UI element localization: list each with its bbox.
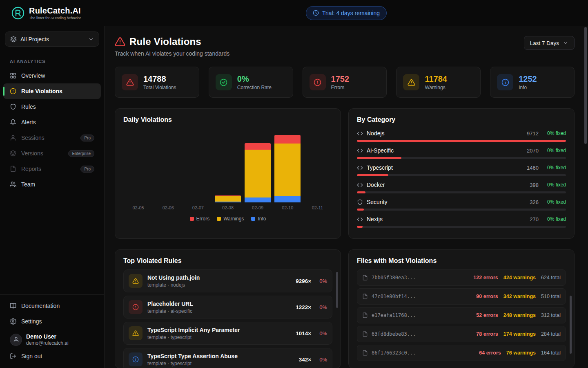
file-icon <box>362 331 368 337</box>
code-icon <box>357 130 363 137</box>
sidebar-footer: Documentation Settings Demo User demo@ru… <box>0 294 104 364</box>
top-violated-rules-panel: Top Violated Rules Not Using path.join t… <box>115 249 341 368</box>
daily-violations-panel: Daily Violations 02-0502-0602-0702-0802-… <box>115 108 341 239</box>
panel-title: By Category <box>357 116 566 123</box>
date-range-selector[interactable]: Last 7 Days <box>524 36 575 50</box>
file-row[interactable]: 63fd8dbebe83... 78 errors 174 warnings 2… <box>357 326 566 342</box>
rule-meta: template · typescript <box>147 361 238 366</box>
chart-x-label: 02-09 <box>252 205 263 210</box>
file-total: 284 total <box>541 331 561 337</box>
file-total: 624 total <box>541 275 561 280</box>
active-indicator <box>3 87 4 96</box>
file-row[interactable]: 7bb05f380ea3... 122 errors 424 warnings … <box>357 269 566 286</box>
file-icon <box>10 166 16 172</box>
file-errors: 78 errors <box>476 331 498 337</box>
brand-tagline: The linter for AI coding behavior. <box>29 16 82 20</box>
rule-row-not-using-path-join[interactable]: Not Using path.join template · nodejs 92… <box>123 269 332 292</box>
file-icon <box>362 294 368 299</box>
file-errors: 122 errors <box>473 275 498 280</box>
sidebar-item-alerts[interactable]: Alerts <box>3 114 101 130</box>
file-list: 7bb05f380ea3... 122 errors 424 warnings … <box>357 269 566 361</box>
file-row[interactable]: 86f1766323c0... 64 errors 76 warnings 16… <box>357 345 566 361</box>
grid-icon <box>10 72 16 79</box>
panel-title: Top Violated Rules <box>123 257 332 265</box>
file-icon <box>362 312 368 318</box>
rule-name: Placeholder URL <box>147 301 193 307</box>
chart-x-label: 02-10 <box>282 205 293 210</box>
rule-percent: 0% <box>319 357 327 363</box>
rule-row-ts-type-assertion[interactable]: TypeScript Type Assertion Abuse template… <box>123 348 332 368</box>
file-errors: 64 errors <box>479 350 501 356</box>
stat-warnings: 11784 Warnings <box>396 67 481 98</box>
file-name: e17eafa11768... <box>372 312 416 318</box>
file-icon <box>362 275 368 280</box>
sidebar-item-rules[interactable]: Rules <box>3 99 101 114</box>
category-progress-track <box>357 140 566 142</box>
sidebar-item-label: Sessions <box>21 135 45 141</box>
category-fixed: 0% fixed <box>547 148 566 153</box>
rule-count: 1014× <box>296 330 311 337</box>
project-selector-label: All Projects <box>20 36 49 43</box>
file-warnings: 342 warnings <box>503 294 536 299</box>
file-warnings: 76 warnings <box>506 350 536 356</box>
category-row-nextjs: Nextjs 270 0% fixed <box>357 216 566 228</box>
chart-segment-warnings <box>215 196 241 202</box>
legend-swatch <box>251 217 255 221</box>
brand-text: RuleCatch.AI The linter for AI coding be… <box>29 6 82 20</box>
user-profile[interactable]: Demo User demo@rulecatch.ai <box>3 329 101 348</box>
alert-triangle-icon <box>115 36 125 47</box>
category-list: Nodejs 9712 0% fixed Ai-Specific 2070 <box>357 130 566 228</box>
code-icon <box>357 182 363 188</box>
trial-badge[interactable]: Trial: 4 days remaining <box>306 6 387 20</box>
sidebar-item-team[interactable]: Team <box>3 177 101 192</box>
rule-count: 342× <box>299 357 311 363</box>
panel-title: Files with Most Violations <box>357 257 566 265</box>
rule-name: Not Using path.join <box>147 274 200 281</box>
stat-value: 11784 <box>425 74 447 84</box>
brand-area: RuleCatch.AI The linter for AI coding be… <box>0 0 105 26</box>
file-warnings: 248 warnings <box>503 312 536 318</box>
project-selector[interactable]: All Projects <box>5 31 99 47</box>
shield-icon <box>10 103 16 110</box>
by-category-panel: By Category Nodejs 9712 0% fixed <box>348 108 575 239</box>
chart-segment-errors <box>274 135 301 144</box>
chart-segment-info <box>215 202 241 202</box>
category-progress-fill <box>357 226 363 228</box>
file-errors: 52 errors <box>476 312 498 318</box>
main-scrollbar[interactable] <box>584 27 587 144</box>
alert-circle-icon <box>10 88 16 94</box>
category-fixed: 0% fixed <box>547 216 566 222</box>
rule-row-placeholder-url[interactable]: Placeholder URL template · ai-specific 1… <box>123 296 332 319</box>
logout-icon <box>10 353 16 359</box>
file-total: 164 total <box>541 350 561 356</box>
error-icon <box>129 300 143 314</box>
chart-segment-warnings <box>274 144 301 197</box>
chart-segment-errors <box>245 143 271 150</box>
sidebar-item-overview[interactable]: Overview <box>3 68 101 83</box>
file-row[interactable]: e17eafa11768... 52 errors 248 warnings 3… <box>357 307 566 323</box>
files-most-violations-panel: Files with Most Violations 7bb05f380ea3.… <box>348 249 575 368</box>
legend-swatch <box>190 217 194 221</box>
rules-scrollbar[interactable] <box>336 272 338 308</box>
sidebar-item-rule-violations[interactable]: Rule Violations <box>3 83 101 99</box>
files-scrollbar[interactable] <box>570 296 572 354</box>
legend-errors: Errors <box>190 216 210 222</box>
category-progress-track <box>357 191 566 193</box>
sidebar-item-settings[interactable]: Settings <box>3 314 101 329</box>
legend-info: Info <box>251 216 266 222</box>
sidebar-item-sessions[interactable]: Sessions Pro <box>3 130 101 146</box>
sidebar-item-reports[interactable]: Reports Pro <box>3 161 101 177</box>
chart-column: 02-06 <box>153 130 183 210</box>
stat-label: Errors <box>331 85 350 90</box>
sign-out-button[interactable]: Sign out <box>3 348 101 364</box>
category-progress-track <box>357 157 566 159</box>
stat-label: Warnings <box>425 85 447 90</box>
category-progress-fill <box>357 191 365 193</box>
category-row-nodejs: Nodejs 9712 0% fixed <box>357 130 566 142</box>
file-row[interactable]: 47c01e80bf14... 90 errors 342 warnings 5… <box>357 288 566 305</box>
stats-row: 14788 Total Violations 0% Correction Rat… <box>115 67 575 98</box>
sidebar-item-versions[interactable]: Versions Enterprise <box>3 146 101 161</box>
sidebar-item-documentation[interactable]: Documentation <box>3 298 101 314</box>
rule-row-ts-implicit-any[interactable]: TypeScript Implicit Any Parameter templa… <box>123 322 332 345</box>
stat-value: 0% <box>237 74 272 84</box>
